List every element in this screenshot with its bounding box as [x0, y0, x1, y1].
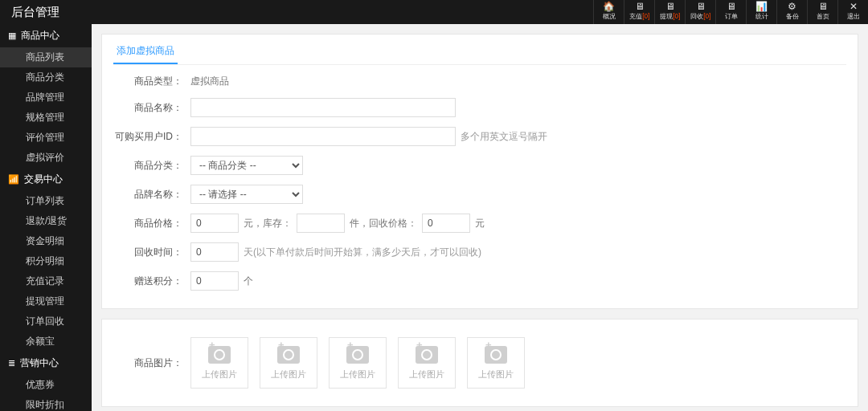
- unit-stock: 件，回收价格：: [350, 217, 417, 230]
- sidebar: ▦商品中心商品列表商品分类品牌管理规格管理评价管理虚拟评价📶交易中心订单列表退款…: [0, 24, 92, 411]
- label-buyer: 可购买用户ID：: [113, 130, 190, 144]
- 统计-icon: 📊: [755, 2, 768, 11]
- input-stock[interactable]: [297, 214, 345, 233]
- 首页-icon: 🖥: [818, 2, 828, 11]
- label-type: 商品类型：: [113, 75, 190, 88]
- topnav-提现[interactable]: 🖥提现[0]: [654, 0, 685, 24]
- camera-icon: [346, 346, 369, 364]
- input-recycle-price[interactable]: [422, 214, 470, 233]
- 提现-icon: 🖥: [665, 2, 675, 11]
- side-item-品牌管理[interactable]: 品牌管理: [0, 87, 92, 108]
- camera-icon: [277, 346, 300, 364]
- topnav-订单[interactable]: 🖥订单: [715, 0, 746, 24]
- side-group-交易中心[interactable]: 📶交易中心: [0, 168, 92, 191]
- label-name: 商品名称：: [113, 101, 190, 115]
- side-item-积分明细[interactable]: 积分明细: [0, 251, 92, 271]
- side-item-订单列表[interactable]: 订单列表: [0, 191, 92, 211]
- upload-slot-2[interactable]: 上传图片: [260, 337, 317, 389]
- input-points[interactable]: [190, 271, 239, 291]
- topnav-首页[interactable]: 🖥首页: [807, 0, 837, 24]
- side-group-商品中心[interactable]: ▦商品中心: [0, 24, 92, 47]
- app-title: 后台管理: [0, 5, 59, 20]
- top-nav: 🏠概况🖥充值[0]🖥提现[0]🖥回收[0]🖥订单📊统计⚙备份🖥首页✕退出: [593, 0, 868, 24]
- side-item-商品列表[interactable]: 商品列表: [0, 47, 92, 67]
- label-price: 商品价格：: [113, 217, 190, 230]
- side-item-规格管理[interactable]: 规格管理: [0, 108, 92, 128]
- 退出-icon: ✕: [850, 2, 858, 11]
- hint-buyer: 多个用英文逗号隔开: [461, 130, 547, 144]
- side-item-限时折扣[interactable]: 限时折扣: [0, 395, 92, 411]
- side-item-商品分类[interactable]: 商品分类: [0, 67, 92, 87]
- hint-recycle-time: 天(以下单付款后时间开始算，满多少天后，才可以回收): [244, 246, 481, 259]
- select-category[interactable]: -- 商品分类 --: [190, 156, 303, 175]
- side-item-优惠券[interactable]: 优惠券: [0, 375, 92, 395]
- input-recycle-time[interactable]: [190, 242, 239, 262]
- camera-icon: [416, 346, 438, 364]
- unit-points: 个: [244, 275, 253, 288]
- side-item-充值记录[interactable]: 充值记录: [0, 271, 92, 291]
- topnav-回收[interactable]: 🖥回收[0]: [685, 0, 715, 24]
- side-item-虚拟评价[interactable]: 虚拟评价: [0, 148, 92, 168]
- camera-icon: [208, 346, 231, 364]
- camera-icon: [485, 346, 507, 364]
- side-item-订单回收[interactable]: 订单回收: [0, 311, 92, 332]
- input-name[interactable]: [190, 98, 456, 117]
- 回收-icon: 🖥: [696, 2, 706, 11]
- topnav-统计[interactable]: 📊统计: [746, 0, 776, 24]
- tab-row: 添加虚拟商品: [113, 43, 846, 65]
- group-icon: ▦: [8, 31, 16, 41]
- side-group-营销中心[interactable]: ≣营销中心: [0, 352, 92, 375]
- upload-row: 上传图片上传图片上传图片上传图片上传图片: [190, 337, 525, 389]
- upload-slot-1[interactable]: 上传图片: [190, 337, 248, 389]
- unit-recycle: 元: [475, 217, 485, 230]
- input-price[interactable]: [190, 214, 239, 233]
- side-item-提现管理[interactable]: 提现管理: [0, 291, 92, 311]
- select-brand[interactable]: -- 请选择 --: [190, 185, 303, 204]
- value-type: 虚拟商品: [190, 75, 229, 88]
- upload-slot-5[interactable]: 上传图片: [467, 337, 525, 389]
- upload-slot-3[interactable]: 上传图片: [329, 337, 387, 389]
- group-icon: ≣: [8, 358, 15, 368]
- 充值-icon: 🖥: [635, 2, 645, 11]
- side-item-资金明细[interactable]: 资金明细: [0, 231, 92, 251]
- top-bar: 后台管理 🏠概况🖥充值[0]🖥提现[0]🖥回收[0]🖥订单📊统计⚙备份🖥首页✕退…: [0, 0, 868, 24]
- label-brand: 品牌名称：: [113, 188, 190, 201]
- topnav-备份[interactable]: ⚙备份: [776, 0, 807, 24]
- unit-price: 元，库存：: [244, 217, 292, 230]
- topnav-退出[interactable]: ✕退出: [837, 0, 868, 24]
- topnav-概况[interactable]: 🏠概况: [593, 0, 624, 24]
- 概况-icon: 🏠: [603, 2, 615, 11]
- side-item-退款/退货[interactable]: 退款/退货: [0, 211, 92, 231]
- input-buyer-ids[interactable]: [190, 127, 456, 146]
- form-card: 添加虚拟商品 商品类型： 虚拟商品 商品名称： 可购买用户ID： 多个用英文逗号…: [101, 34, 858, 309]
- group-icon: 📶: [8, 174, 19, 185]
- topnav-充值[interactable]: 🖥充值[0]: [624, 0, 654, 24]
- side-item-评价管理[interactable]: 评价管理: [0, 128, 92, 148]
- tab-add-virtual[interactable]: 添加虚拟商品: [113, 43, 178, 64]
- label-recycle-time: 回收时间：: [113, 246, 190, 259]
- images-card: 商品图片： 上传图片上传图片上传图片上传图片上传图片: [101, 319, 858, 407]
- label-category: 商品分类：: [113, 159, 190, 173]
- content-area: 添加虚拟商品 商品类型： 虚拟商品 商品名称： 可购买用户ID： 多个用英文逗号…: [92, 24, 868, 411]
- 备份-icon: ⚙: [788, 2, 796, 11]
- 订单-icon: 🖥: [727, 2, 736, 11]
- label-points: 赠送积分：: [113, 275, 190, 288]
- side-item-余额宝[interactable]: 余额宝: [0, 332, 92, 352]
- label-images: 商品图片：: [113, 356, 190, 370]
- upload-slot-4[interactable]: 上传图片: [398, 337, 456, 389]
